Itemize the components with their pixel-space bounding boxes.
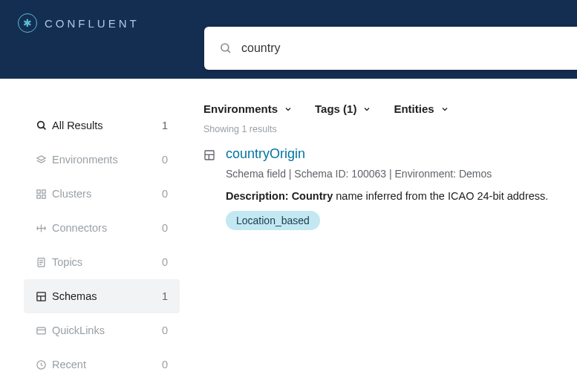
- chevron-down-icon: [284, 105, 293, 114]
- sidebar-item-count: 0: [162, 222, 168, 234]
- filter-environments[interactable]: Environments: [203, 102, 293, 115]
- result-title[interactable]: countryOrigin: [226, 146, 577, 162]
- search-icon: [36, 120, 52, 131]
- schema-icon: [36, 291, 52, 302]
- svg-rect-7: [37, 195, 40, 197]
- sidebar-item-count: 1: [162, 290, 168, 302]
- chevron-down-icon: [440, 105, 449, 114]
- sidebar-item-label: Recent: [52, 359, 162, 370]
- sidebar-item-count: 0: [162, 359, 168, 370]
- search-icon: [219, 42, 232, 55]
- svg-line-3: [43, 127, 45, 129]
- filter-tags-1-[interactable]: Tags (1): [315, 102, 371, 115]
- filter-entities[interactable]: Entities: [394, 102, 449, 115]
- tag-pill[interactable]: Location_based: [226, 211, 320, 230]
- result-desc-rest: name inferred from the ICAO 24-bit addre…: [333, 190, 548, 202]
- sidebar-item-label: Schemas: [52, 290, 162, 302]
- sidebar-item-count: 0: [162, 256, 168, 268]
- filter-label: Tags (1): [315, 102, 356, 115]
- sidebar-item-label: Connectors: [52, 222, 162, 234]
- results-count: Showing 1 results: [203, 124, 577, 134]
- quicklinks-icon: [36, 325, 52, 336]
- brand-logo[interactable]: ✱ CONFLUENT: [18, 13, 140, 33]
- brand-name: CONFLUENT: [45, 17, 140, 30]
- sidebar-item-count: 0: [162, 324, 168, 336]
- sidebar-item-label: QuickLinks: [52, 324, 162, 336]
- result-description: Description: Country name inferred from …: [226, 190, 577, 202]
- result-item[interactable]: countryOrigin Schema field | Schema ID: …: [203, 146, 577, 230]
- sidebar-item-label: All Results: [52, 120, 162, 131]
- star-icon: ✱: [23, 18, 32, 28]
- sidebar-item-recent[interactable]: Recent0: [24, 347, 180, 382]
- svg-rect-20: [37, 327, 45, 334]
- chevron-down-icon: [362, 105, 371, 114]
- sidebar: All Results1Environments0Clusters0Connec…: [0, 79, 180, 392]
- sidebar-item-clusters[interactable]: Clusters0: [24, 177, 180, 211]
- filter-label: Entities: [394, 102, 434, 115]
- svg-rect-5: [37, 189, 40, 192]
- sidebar-item-label: Topics: [52, 256, 162, 268]
- search-box[interactable]: [204, 27, 577, 70]
- sidebar-item-environments[interactable]: Environments0: [24, 143, 180, 177]
- svg-point-0: [221, 44, 229, 51]
- result-title-match: country: [226, 146, 270, 161]
- result-meta: Schema field | Schema ID: 100063 | Envir…: [226, 168, 577, 180]
- document-icon: [36, 257, 52, 268]
- main-results: EnvironmentsTags (1)Entities Showing 1 r…: [180, 79, 577, 392]
- svg-rect-8: [42, 195, 45, 197]
- schema-icon: [203, 149, 215, 230]
- sidebar-item-all-results[interactable]: All Results1: [24, 108, 180, 143]
- sidebar-item-quicklinks[interactable]: QuickLinks0: [24, 313, 180, 347]
- grid-icon: [36, 189, 52, 200]
- svg-point-2: [38, 122, 45, 128]
- sidebar-item-connectors[interactable]: Connectors0: [24, 211, 180, 245]
- layers-icon: [36, 154, 52, 166]
- sidebar-item-label: Environments: [52, 154, 162, 166]
- sidebar-item-count: 0: [162, 188, 168, 200]
- brand-logo-mark: ✱: [18, 13, 37, 33]
- sidebar-item-schemas[interactable]: Schemas1: [24, 279, 180, 313]
- sidebar-item-count: 0: [162, 154, 168, 166]
- recent-icon: [36, 359, 52, 370]
- svg-line-1: [227, 50, 230, 53]
- result-title-rest: Origin: [270, 146, 305, 161]
- sidebar-item-count: 1: [162, 120, 168, 131]
- sidebar-item-topics[interactable]: Topics0: [24, 245, 180, 279]
- connector-icon: [36, 223, 52, 234]
- result-desc-match: Country: [292, 190, 333, 202]
- sidebar-item-label: Clusters: [52, 188, 162, 200]
- svg-rect-6: [42, 189, 45, 192]
- svg-marker-4: [37, 155, 45, 160]
- filter-bar: EnvironmentsTags (1)Entities: [203, 102, 577, 115]
- result-desc-label: Description:: [226, 190, 292, 202]
- filter-label: Environments: [203, 102, 278, 115]
- search-input[interactable]: [241, 42, 562, 55]
